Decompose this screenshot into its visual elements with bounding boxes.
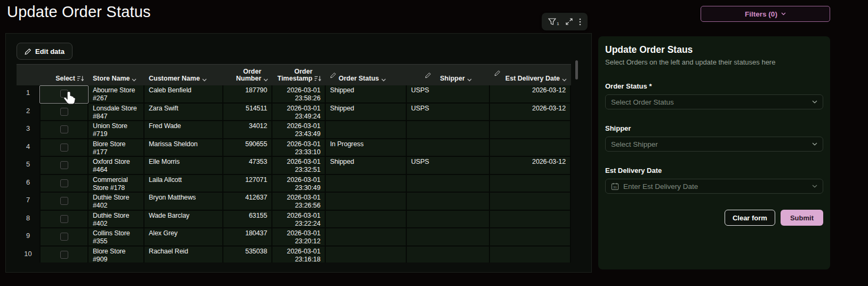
row-select-cell[interactable]	[39, 228, 89, 247]
order-status-cell[interactable]: Shipped	[326, 157, 407, 175]
order-number-cell[interactable]: 187790	[223, 85, 272, 104]
shipper-select[interactable]: Select Shipper	[605, 137, 823, 152]
shipper-cell[interactable]: USPS	[407, 104, 490, 122]
order-number-cell[interactable]: 63155	[223, 211, 272, 229]
est-delivery-date-input[interactable]: 31 Enter Est Delivery Date	[605, 179, 823, 194]
shipper-cell[interactable]	[407, 121, 490, 139]
est-delivery-cell[interactable]	[490, 175, 571, 193]
row-checkbox[interactable]	[60, 215, 68, 223]
expand-fullscreen-icon[interactable]	[566, 18, 573, 25]
customer-name-cell[interactable]: Rachael Reid	[144, 247, 223, 263]
column-header-est-delivery-date[interactable]: Est Delivery Date	[490, 65, 571, 85]
customer-name-cell[interactable]: Zara Swift	[144, 104, 223, 122]
store-name-cell[interactable]: Oxford Store #464	[89, 157, 144, 175]
order-timestamp-cell[interactable]: 2026-03-01 23:33:10	[272, 139, 326, 157]
est-delivery-cell[interactable]	[490, 247, 571, 263]
store-name-cell[interactable]: Duthie Store #402	[89, 211, 144, 229]
store-name-cell[interactable]: Collins Store #355	[89, 228, 144, 247]
filters-button[interactable]: Filters (0)	[701, 6, 830, 22]
row-select-cell[interactable]	[39, 104, 89, 122]
order-number-cell[interactable]: 590655	[223, 139, 272, 157]
store-name-cell[interactable]: Lonsdale Store #847	[89, 104, 144, 122]
row-checkbox[interactable]	[60, 90, 68, 98]
store-name-cell[interactable]: Abourne Store #267	[89, 85, 144, 104]
customer-name-cell[interactable]: Wade Barclay	[144, 211, 223, 229]
order-timestamp-cell[interactable]: 2026-03-01 23:20:12	[272, 228, 326, 247]
order-status-cell[interactable]: Shipped	[326, 104, 407, 122]
column-header-shipper[interactable]: Shipper	[407, 65, 490, 85]
row-checkbox[interactable]	[60, 233, 68, 241]
order-status-cell[interactable]	[326, 193, 407, 211]
row-select-cell[interactable]	[39, 85, 89, 104]
customer-name-cell[interactable]: Elle Morris	[144, 157, 223, 175]
order-number-cell[interactable]: 514511	[223, 104, 272, 122]
order-number-cell[interactable]: 47353	[223, 157, 272, 175]
customer-name-cell[interactable]: Fred Wade	[144, 121, 223, 139]
row-checkbox[interactable]	[60, 108, 68, 116]
order-number-cell[interactable]: 180437	[223, 228, 272, 247]
est-delivery-cell[interactable]	[490, 121, 571, 139]
store-name-cell[interactable]: Blore Store #177	[89, 139, 144, 157]
order-timestamp-cell[interactable]: 2026-03-01 23:22:24	[272, 211, 326, 229]
row-select-cell[interactable]	[39, 211, 89, 229]
order-number-cell[interactable]: 535038	[223, 247, 272, 263]
shipper-cell[interactable]	[407, 139, 490, 157]
row-select-cell[interactable]	[39, 193, 89, 211]
column-header-store-name[interactable]: Store Name	[89, 65, 144, 85]
shipper-cell[interactable]	[407, 193, 490, 211]
order-status-select[interactable]: Select Order Status	[605, 94, 823, 109]
est-delivery-cell[interactable]	[490, 139, 571, 157]
order-timestamp-cell[interactable]: 2026-03-01 23:32:51	[272, 157, 326, 175]
order-status-cell[interactable]	[326, 247, 407, 263]
shipper-cell[interactable]	[407, 211, 490, 229]
order-status-cell[interactable]: Shipped	[326, 85, 407, 104]
shipper-cell[interactable]	[407, 247, 490, 263]
customer-name-cell[interactable]: Bryon Matthews	[144, 193, 223, 211]
row-select-cell[interactable]	[39, 121, 89, 139]
row-checkbox[interactable]	[60, 161, 68, 169]
row-checkbox[interactable]	[60, 144, 68, 152]
order-timestamp-cell[interactable]: 2026-03-01 23:16:18	[272, 247, 326, 263]
edit-data-button[interactable]: Edit data	[17, 43, 73, 60]
column-header-customer-name[interactable]: Customer Name	[144, 65, 223, 85]
row-select-cell[interactable]	[39, 157, 89, 175]
column-header-select[interactable]: Select	[39, 65, 89, 85]
column-header-order-status[interactable]: Order Status	[326, 65, 407, 85]
row-checkbox[interactable]	[60, 125, 68, 133]
customer-name-cell[interactable]: Marissa Sheldon	[144, 139, 223, 157]
submit-button[interactable]: Submit	[781, 210, 823, 226]
order-status-cell[interactable]	[326, 211, 407, 229]
shipper-cell[interactable]: USPS	[407, 157, 490, 175]
order-timestamp-cell[interactable]: 2026-03-01 23:26:56	[272, 193, 326, 211]
shipper-cell[interactable]	[407, 175, 490, 193]
est-delivery-cell[interactable]: 2026-03-12	[490, 157, 571, 175]
est-delivery-cell[interactable]: 2026-03-12	[490, 85, 571, 104]
est-delivery-cell[interactable]	[490, 228, 571, 247]
kebab-menu-icon[interactable]	[579, 18, 581, 26]
order-status-cell[interactable]	[326, 121, 407, 139]
clear-form-button[interactable]: Clear form	[725, 210, 775, 226]
row-checkbox[interactable]	[60, 197, 68, 205]
customer-name-cell[interactable]: Caleb Benfield	[144, 85, 223, 104]
shipper-cell[interactable]	[407, 228, 490, 247]
est-delivery-cell[interactable]	[490, 211, 571, 229]
est-delivery-cell[interactable]	[490, 193, 571, 211]
row-select-cell[interactable]	[39, 175, 89, 193]
order-number-cell[interactable]: 412637	[223, 193, 272, 211]
customer-name-cell[interactable]: Laila Allcott	[144, 175, 223, 193]
column-header-order-number[interactable]: Order Number	[223, 65, 272, 85]
column-header-order-timestamp[interactable]: Order Timestamp	[272, 65, 326, 85]
order-status-cell[interactable]	[326, 228, 407, 247]
store-name-cell[interactable]: Blore Store #909	[89, 247, 144, 263]
store-name-cell[interactable]: Commercial Store #178	[89, 175, 144, 193]
est-delivery-cell[interactable]: 2026-03-12	[490, 104, 571, 122]
order-status-cell[interactable]: In Progress	[326, 139, 407, 157]
order-number-cell[interactable]: 34012	[223, 121, 272, 139]
order-timestamp-cell[interactable]: 2026-03-01 23:49:24	[272, 104, 326, 122]
store-name-cell[interactable]: Union Store #719	[89, 121, 144, 139]
vertical-scrollbar[interactable]	[575, 60, 578, 80]
row-select-cell[interactable]	[39, 139, 89, 157]
order-timestamp-cell[interactable]: 2026-03-01 23:30:49	[272, 175, 326, 193]
order-status-cell[interactable]	[326, 175, 407, 193]
order-number-cell[interactable]: 127071	[223, 175, 272, 193]
